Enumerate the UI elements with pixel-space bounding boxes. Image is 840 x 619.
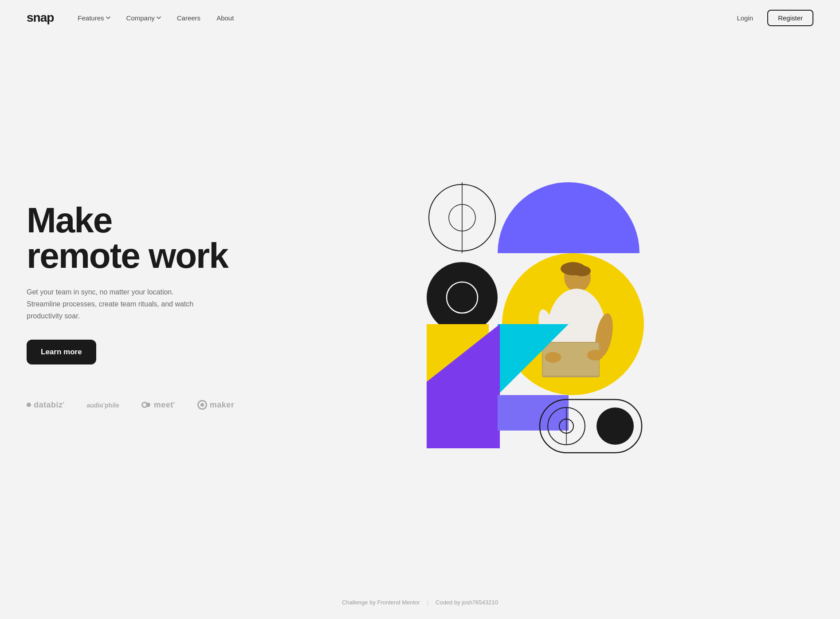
hero-title: Make remote work bbox=[27, 203, 257, 274]
nav-careers-label: Careers bbox=[177, 14, 200, 22]
footer-challenge: Challenge by Frontend Mentor bbox=[342, 599, 420, 606]
navigation: snap Features Company Careers About Logi… bbox=[0, 0, 840, 35]
databiz-label: databiz• bbox=[34, 400, 65, 410]
nav-links: Features Company Careers About bbox=[71, 11, 730, 25]
login-button[interactable]: Login bbox=[730, 11, 760, 25]
maker-circle-icon bbox=[197, 400, 207, 410]
illustration-svg bbox=[427, 182, 644, 457]
svg-point-8 bbox=[573, 266, 591, 276]
logo-maker: maker bbox=[197, 400, 235, 410]
nav-about[interactable]: About bbox=[210, 11, 240, 25]
hero-section: Make remote work Get your team in sync, … bbox=[0, 35, 840, 586]
hero-subtitle: Get your team in sync, no matter your lo… bbox=[27, 286, 204, 322]
nav-features[interactable]: Features bbox=[71, 11, 116, 25]
svg-point-15 bbox=[545, 352, 561, 363]
hero-illustration bbox=[257, 182, 813, 457]
logo[interactable]: snap bbox=[27, 11, 54, 25]
hero-content: Make remote work Get your team in sync, … bbox=[27, 203, 257, 437]
svg-point-25 bbox=[597, 407, 634, 445]
svg-point-3 bbox=[427, 262, 498, 333]
databiz-dot-icon bbox=[27, 403, 31, 407]
learn-more-button[interactable]: Learn more bbox=[27, 340, 96, 364]
hero-title-line1: Make bbox=[27, 200, 112, 240]
audiophile-label: audio•phile bbox=[87, 401, 119, 409]
register-button[interactable]: Register bbox=[767, 10, 813, 26]
logo-meet: meet• bbox=[141, 400, 175, 410]
nav-features-label: Features bbox=[78, 14, 104, 22]
footer-divider: | bbox=[427, 599, 428, 606]
hero-title-line2: remote work bbox=[27, 236, 228, 275]
nav-company-label: Company bbox=[126, 14, 155, 22]
meet-dot2-icon bbox=[146, 403, 150, 407]
nav-company[interactable]: Company bbox=[120, 11, 167, 25]
nav-actions: Login Register bbox=[730, 10, 813, 26]
footer-coded: Coded by josh76543210 bbox=[436, 599, 498, 606]
footer: Challenge by Frontend Mentor | Coded by … bbox=[0, 586, 840, 619]
logo-databiz: databiz• bbox=[27, 400, 65, 410]
logo-audiophile: audio•phile bbox=[87, 401, 119, 409]
chevron-down-icon bbox=[157, 16, 161, 20]
chevron-down-icon bbox=[106, 16, 110, 20]
maker-label: maker bbox=[210, 400, 235, 410]
partner-logos: databiz• audio•phile meet• maker bbox=[27, 400, 257, 410]
svg-point-16 bbox=[587, 350, 603, 360]
nav-careers[interactable]: Careers bbox=[171, 11, 207, 25]
nav-about-label: About bbox=[216, 14, 234, 22]
meet-label: meet• bbox=[154, 400, 175, 410]
